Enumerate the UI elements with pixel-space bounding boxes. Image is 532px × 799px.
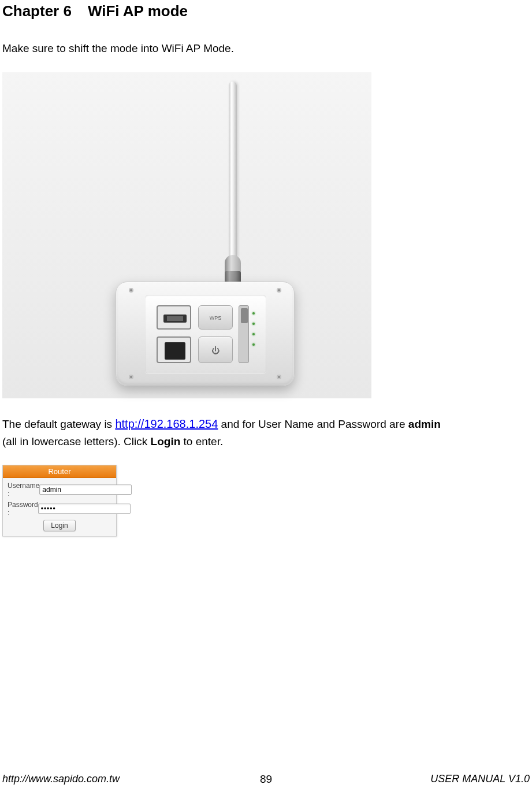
username-row: Username : bbox=[8, 482, 111, 498]
login-panel-header: Router bbox=[3, 465, 116, 478]
ethernet-port-icon bbox=[157, 336, 191, 363]
gateway-prefix: The default gateway is bbox=[2, 418, 115, 430]
password-input[interactable] bbox=[38, 504, 131, 514]
password-label: Password : bbox=[8, 501, 38, 517]
device-faceplate: WPS ⏻ bbox=[145, 295, 266, 373]
gateway-credentials: admin bbox=[408, 418, 441, 430]
screw-icon bbox=[277, 375, 281, 379]
username-input[interactable] bbox=[39, 484, 132, 495]
gateway-mid: and for User Name and Password are bbox=[218, 418, 408, 430]
antenna bbox=[229, 82, 237, 257]
gateway-line2-suffix: to enter. bbox=[180, 435, 223, 447]
power-button-icon: ⏻ bbox=[198, 336, 233, 363]
username-label: Username : bbox=[8, 482, 39, 498]
intro-paragraph: Make sure to shift the mode into WiFi AP… bbox=[2, 42, 530, 55]
password-row: Password : bbox=[8, 501, 111, 517]
screw-icon bbox=[129, 375, 133, 379]
usb-port-icon bbox=[157, 305, 191, 330]
screw-icon bbox=[277, 288, 281, 293]
gateway-paragraph: The default gateway is http://192.168.1.… bbox=[2, 415, 530, 451]
footer-page-number: 89 bbox=[260, 773, 272, 786]
login-button[interactable]: Login bbox=[43, 520, 75, 531]
gateway-login-word: Login bbox=[151, 435, 181, 447]
page-footer: http://www.sapido.com.tw 89 USER MANUAL … bbox=[0, 773, 532, 785]
login-panel: Router Username : Password : Login bbox=[2, 465, 117, 537]
chapter-number: Chapter 6 bbox=[2, 2, 72, 20]
status-leds bbox=[252, 312, 263, 358]
wps-button-icon: WPS bbox=[198, 305, 233, 330]
chapter-title: WiFi AP mode bbox=[88, 2, 188, 20]
mode-switch-icon bbox=[239, 305, 249, 363]
gateway-line2-prefix: (all in lowercase letters). Click bbox=[2, 435, 151, 447]
chapter-heading: Chapter 6WiFi AP mode bbox=[2, 2, 530, 20]
device-body: WPS ⏻ bbox=[116, 282, 295, 386]
gateway-url-link[interactable]: http://192.168.1.254 bbox=[115, 417, 218, 430]
device-image: WPS ⏻ bbox=[2, 72, 371, 398]
screw-icon bbox=[129, 288, 133, 293]
footer-url: http://www.sapido.com.tw bbox=[2, 773, 120, 785]
footer-version: USER MANUAL V1.0 bbox=[430, 773, 530, 785]
